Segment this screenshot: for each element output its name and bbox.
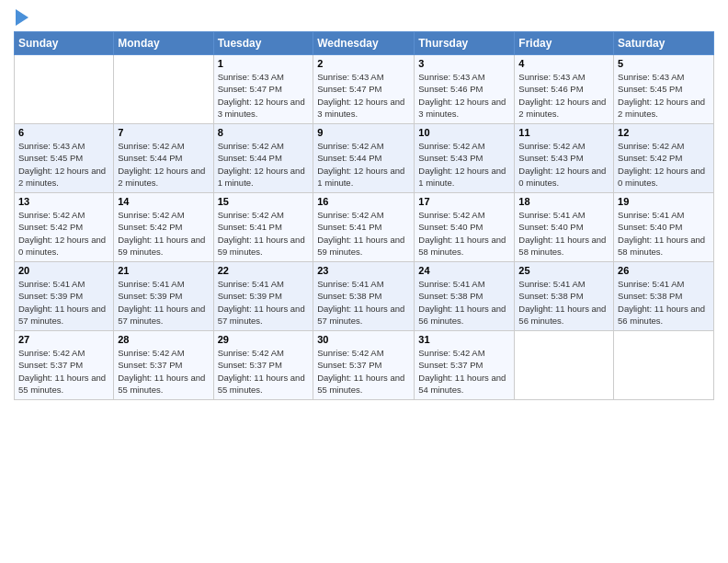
day-number: 30 (317, 334, 410, 345)
calendar-cell: 17Sunrise: 5:42 AMSunset: 5:40 PMDayligh… (415, 193, 515, 262)
calendar-cell: 26Sunrise: 5:41 AMSunset: 5:38 PMDayligh… (614, 262, 714, 331)
day-info: Sunrise: 5:41 AMSunset: 5:39 PMDaylight:… (118, 278, 209, 327)
calendar-cell: 11Sunrise: 5:42 AMSunset: 5:43 PMDayligh… (515, 124, 614, 193)
day-number: 17 (418, 196, 510, 207)
calendar-cell (114, 55, 213, 124)
col-header-saturday: Saturday (614, 32, 714, 55)
calendar-cell: 7Sunrise: 5:42 AMSunset: 5:44 PMDaylight… (114, 124, 213, 193)
calendar-cell: 13Sunrise: 5:42 AMSunset: 5:42 PMDayligh… (15, 193, 114, 262)
calendar-cell: 14Sunrise: 5:42 AMSunset: 5:42 PMDayligh… (114, 193, 213, 262)
week-row-5: 27Sunrise: 5:42 AMSunset: 5:37 PMDayligh… (15, 331, 714, 400)
day-number: 29 (218, 334, 310, 345)
day-number: 4 (518, 58, 609, 69)
day-number: 2 (317, 58, 410, 69)
week-row-3: 13Sunrise: 5:42 AMSunset: 5:42 PMDayligh… (15, 193, 714, 262)
calendar-cell: 15Sunrise: 5:42 AMSunset: 5:41 PMDayligh… (213, 193, 313, 262)
calendar-cell: 21Sunrise: 5:41 AMSunset: 5:39 PMDayligh… (114, 262, 213, 331)
logo-arrow-icon (16, 9, 28, 26)
day-info: Sunrise: 5:42 AMSunset: 5:43 PMDaylight:… (418, 140, 510, 189)
week-row-1: 1Sunrise: 5:43 AMSunset: 5:47 PMDaylight… (15, 55, 714, 124)
calendar-cell: 18Sunrise: 5:41 AMSunset: 5:40 PMDayligh… (515, 193, 614, 262)
calendar-cell: 4Sunrise: 5:43 AMSunset: 5:46 PMDaylight… (515, 55, 614, 124)
day-number: 7 (118, 127, 209, 138)
day-info: Sunrise: 5:42 AMSunset: 5:37 PMDaylight:… (18, 347, 109, 396)
day-number: 3 (418, 58, 510, 69)
week-row-4: 20Sunrise: 5:41 AMSunset: 5:39 PMDayligh… (15, 262, 714, 331)
calendar-cell: 8Sunrise: 5:42 AMSunset: 5:44 PMDaylight… (213, 124, 313, 193)
day-number: 15 (218, 196, 310, 207)
day-number: 25 (518, 265, 609, 276)
day-info: Sunrise: 5:43 AMSunset: 5:45 PMDaylight:… (18, 140, 109, 189)
day-number: 11 (518, 127, 609, 138)
col-header-wednesday: Wednesday (313, 32, 415, 55)
day-number: 24 (418, 265, 510, 276)
day-info: Sunrise: 5:43 AMSunset: 5:45 PMDaylight:… (618, 71, 710, 120)
day-number: 10 (418, 127, 510, 138)
col-header-monday: Monday (114, 32, 213, 55)
day-info: Sunrise: 5:41 AMSunset: 5:39 PMDaylight:… (218, 278, 310, 327)
calendar-cell: 12Sunrise: 5:42 AMSunset: 5:42 PMDayligh… (614, 124, 714, 193)
day-number: 20 (18, 265, 109, 276)
calendar-cell: 30Sunrise: 5:42 AMSunset: 5:37 PMDayligh… (313, 331, 415, 400)
day-info: Sunrise: 5:42 AMSunset: 5:44 PMDaylight:… (317, 140, 410, 189)
day-number: 5 (618, 58, 710, 69)
day-info: Sunrise: 5:42 AMSunset: 5:44 PMDaylight:… (218, 140, 310, 189)
day-info: Sunrise: 5:42 AMSunset: 5:43 PMDaylight:… (518, 140, 609, 189)
day-number: 8 (218, 127, 310, 138)
day-info: Sunrise: 5:42 AMSunset: 5:37 PMDaylight:… (218, 347, 310, 396)
calendar-cell: 31Sunrise: 5:42 AMSunset: 5:37 PMDayligh… (415, 331, 515, 400)
calendar-cell: 27Sunrise: 5:42 AMSunset: 5:37 PMDayligh… (15, 331, 114, 400)
day-info: Sunrise: 5:42 AMSunset: 5:41 PMDaylight:… (218, 209, 310, 258)
day-info: Sunrise: 5:41 AMSunset: 5:38 PMDaylight:… (518, 278, 609, 327)
day-number: 14 (118, 196, 209, 207)
calendar-cell: 20Sunrise: 5:41 AMSunset: 5:39 PMDayligh… (15, 262, 114, 331)
calendar-table: SundayMondayTuesdayWednesdayThursdayFrid… (14, 31, 714, 400)
day-info: Sunrise: 5:42 AMSunset: 5:37 PMDaylight:… (418, 347, 510, 396)
day-info: Sunrise: 5:42 AMSunset: 5:42 PMDaylight:… (118, 209, 209, 258)
calendar-cell: 5Sunrise: 5:43 AMSunset: 5:45 PMDaylight… (614, 55, 714, 124)
week-row-2: 6Sunrise: 5:43 AMSunset: 5:45 PMDaylight… (15, 124, 714, 193)
calendar-cell (15, 55, 114, 124)
day-number: 27 (18, 334, 109, 345)
calendar-cell: 19Sunrise: 5:41 AMSunset: 5:40 PMDayligh… (614, 193, 714, 262)
calendar-cell: 22Sunrise: 5:41 AMSunset: 5:39 PMDayligh… (213, 262, 313, 331)
calendar-cell (515, 331, 614, 400)
day-number: 22 (218, 265, 310, 276)
calendar-cell: 23Sunrise: 5:41 AMSunset: 5:38 PMDayligh… (313, 262, 415, 331)
calendar-cell: 9Sunrise: 5:42 AMSunset: 5:44 PMDaylight… (313, 124, 415, 193)
day-number: 23 (317, 265, 410, 276)
day-info: Sunrise: 5:43 AMSunset: 5:46 PMDaylight:… (518, 71, 609, 120)
calendar-cell (614, 331, 714, 400)
day-info: Sunrise: 5:42 AMSunset: 5:44 PMDaylight:… (118, 140, 209, 189)
day-info: Sunrise: 5:41 AMSunset: 5:38 PMDaylight:… (618, 278, 710, 327)
day-info: Sunrise: 5:42 AMSunset: 5:40 PMDaylight:… (418, 209, 510, 258)
day-info: Sunrise: 5:41 AMSunset: 5:39 PMDaylight:… (18, 278, 109, 327)
day-number: 12 (618, 127, 710, 138)
calendar-cell: 6Sunrise: 5:43 AMSunset: 5:45 PMDaylight… (15, 124, 114, 193)
calendar-cell: 28Sunrise: 5:42 AMSunset: 5:37 PMDayligh… (114, 331, 213, 400)
calendar-cell: 3Sunrise: 5:43 AMSunset: 5:46 PMDaylight… (415, 55, 515, 124)
day-number: 21 (118, 265, 209, 276)
calendar-cell: 10Sunrise: 5:42 AMSunset: 5:43 PMDayligh… (415, 124, 515, 193)
day-info: Sunrise: 5:42 AMSunset: 5:37 PMDaylight:… (317, 347, 410, 396)
day-info: Sunrise: 5:42 AMSunset: 5:41 PMDaylight:… (317, 209, 410, 258)
day-number: 1 (218, 58, 310, 69)
logo (14, 9, 28, 26)
col-header-sunday: Sunday (15, 32, 114, 55)
day-info: Sunrise: 5:43 AMSunset: 5:47 PMDaylight:… (218, 71, 310, 120)
calendar-cell: 24Sunrise: 5:41 AMSunset: 5:38 PMDayligh… (415, 262, 515, 331)
day-number: 26 (618, 265, 710, 276)
header (14, 9, 714, 26)
day-info: Sunrise: 5:43 AMSunset: 5:46 PMDaylight:… (418, 71, 510, 120)
day-number: 19 (618, 196, 710, 207)
day-number: 31 (418, 334, 510, 345)
day-number: 9 (317, 127, 410, 138)
col-header-friday: Friday (515, 32, 614, 55)
day-info: Sunrise: 5:41 AMSunset: 5:40 PMDaylight:… (618, 209, 710, 258)
header-row: SundayMondayTuesdayWednesdayThursdayFrid… (15, 32, 714, 55)
day-number: 28 (118, 334, 209, 345)
calendar-cell: 1Sunrise: 5:43 AMSunset: 5:47 PMDaylight… (213, 55, 313, 124)
day-info: Sunrise: 5:41 AMSunset: 5:40 PMDaylight:… (518, 209, 609, 258)
day-info: Sunrise: 5:42 AMSunset: 5:42 PMDaylight:… (618, 140, 710, 189)
day-number: 16 (317, 196, 410, 207)
